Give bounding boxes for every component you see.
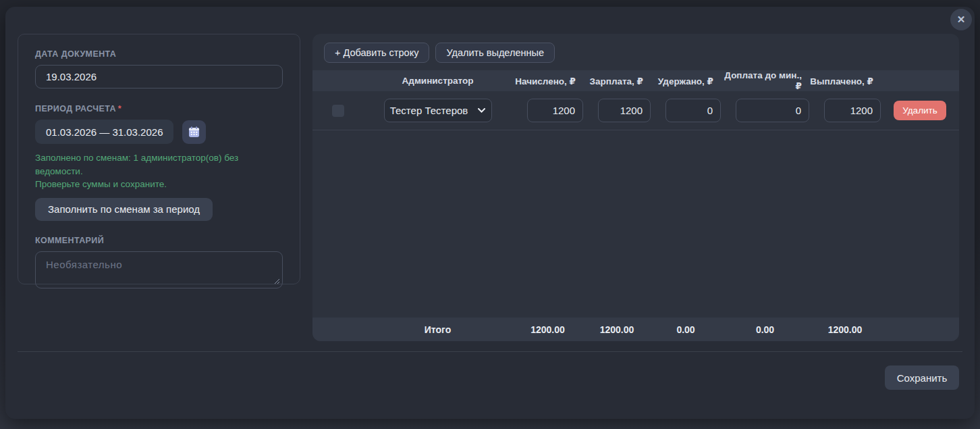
header-administrator: Администратор <box>363 76 512 86</box>
table-header-row: Администратор Начислено, ₽ Зарплата, ₽ У… <box>312 70 959 91</box>
min-topup-input[interactable] <box>736 99 809 122</box>
calc-period-label: ПЕРИОД РАСЧЕТА* <box>35 104 283 113</box>
calc-period-label-text: ПЕРИОД РАСЧЕТА <box>35 104 116 113</box>
calendar-icon <box>188 126 200 138</box>
table-empty-area <box>312 130 959 318</box>
table-row: Тестер Тестеров Удалить <box>312 91 959 130</box>
comment-label: КОММЕНТАРИЙ <box>35 236 283 245</box>
header-salary: Зарплата, ₽ <box>583 76 651 86</box>
header-withheld: Удержано, ₽ <box>651 76 721 86</box>
close-button[interactable]: ✕ <box>950 9 972 30</box>
table-toolbar: + Добавить строку Удалить выделенные <box>312 34 959 70</box>
header-paid: Выплачено, ₽ <box>809 76 881 86</box>
period-row: 01.03.2026 — 31.03.2026 <box>35 120 283 144</box>
totals-withheld: 0.00 <box>651 324 721 335</box>
shifts-filled-hint-line1: Заполнено по сменам: 1 администратор(ов)… <box>35 151 283 178</box>
administrator-select[interactable]: Тестер Тестеров <box>384 99 492 122</box>
totals-salary: 1200.00 <box>583 324 651 335</box>
withheld-input[interactable] <box>665 99 721 122</box>
totals-row: Итого 1200.00 1200.00 0.00 0.00 1200.00 <box>312 318 959 341</box>
add-row-button[interactable]: + Добавить строку <box>324 43 429 63</box>
row-select-checkbox[interactable] <box>332 105 344 117</box>
delete-selected-button[interactable]: Удалить выделенные <box>435 43 555 63</box>
fill-by-shifts-button[interactable]: Заполнить по сменам за период <box>35 198 213 221</box>
paid-input[interactable] <box>824 99 881 122</box>
administrator-select-value: Тестер Тестеров <box>390 105 468 116</box>
totals-paid: 1200.00 <box>809 324 881 335</box>
calendar-picker-button[interactable] <box>182 120 206 144</box>
salary-input[interactable] <box>598 99 651 122</box>
header-min-topup: Доплата до мин., ₽ <box>721 70 809 91</box>
header-accrued: Начислено, ₽ <box>512 76 583 86</box>
totals-accrued: 1200.00 <box>512 324 583 335</box>
shifts-filled-hint: Заполнено по сменам: 1 администратор(ов)… <box>35 151 283 191</box>
document-date-label: ДАТА ДОКУМЕНТА <box>35 49 283 59</box>
delete-row-button[interactable]: Удалить <box>894 101 946 120</box>
accrued-input[interactable] <box>527 99 583 122</box>
comment-textarea[interactable] <box>35 251 283 288</box>
comment-field-wrap <box>35 251 283 291</box>
required-asterisk: * <box>118 104 121 113</box>
shifts-filled-hint-line2: Проверьте суммы и сохраните. <box>35 178 283 191</box>
salary-document-modal: ✕ ДАТА ДОКУМЕНТА ПЕРИОД РАСЧЕТА* 01.03.2… <box>5 7 975 419</box>
totals-min-topup: 0.00 <box>721 324 809 335</box>
payroll-table-panel: + Добавить строку Удалить выделенные Адм… <box>312 34 959 341</box>
save-button[interactable]: Сохранить <box>885 365 959 390</box>
footer-divider <box>18 351 962 352</box>
document-form-card: ДАТА ДОКУМЕНТА ПЕРИОД РАСЧЕТА* 01.03.202… <box>18 34 300 284</box>
document-date-input[interactable] <box>35 65 283 89</box>
totals-label: Итого <box>363 324 512 335</box>
chevron-down-icon <box>478 108 485 113</box>
period-range-button[interactable]: 01.03.2026 — 31.03.2026 <box>35 120 173 144</box>
